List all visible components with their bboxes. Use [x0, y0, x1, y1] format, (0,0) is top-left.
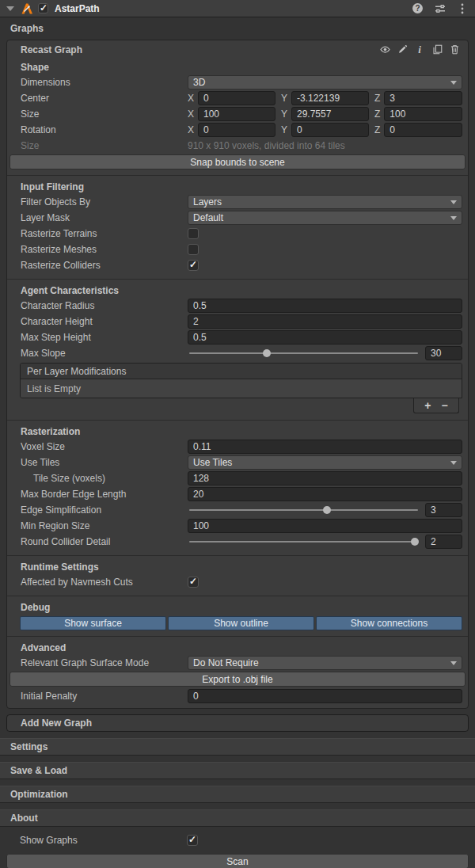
presets-icon[interactable]: [433, 2, 446, 15]
rasterize-meshes-row: Rasterize Meshes: [7, 242, 468, 257]
add-new-graph-button[interactable]: Add New Graph: [6, 714, 469, 732]
rasterize-meshes-checkbox[interactable]: [188, 244, 199, 255]
chevron-down-icon: [450, 661, 457, 665]
axis-x-label: X: [188, 124, 194, 135]
layer-mask-dropdown[interactable]: Default: [188, 211, 462, 225]
scan-button[interactable]: Scan: [6, 854, 469, 868]
rasterize-meshes-label: Rasterize Meshes: [21, 244, 188, 255]
slider-thumb[interactable]: [411, 538, 419, 546]
slider-thumb[interactable]: [263, 349, 271, 357]
debug-buttons-row: Show surface Show outline Show connectio…: [20, 616, 462, 630]
size-z-field[interactable]: [384, 107, 462, 121]
character-radius-row: Character Radius: [7, 298, 468, 314]
toggle-visibility-eye-icon[interactable]: [378, 44, 391, 56]
dimensions-dropdown[interactable]: 3D: [188, 75, 462, 89]
list-add-button[interactable]: +: [424, 400, 431, 411]
help-icon[interactable]: ?: [411, 2, 424, 15]
add-new-graph-label: Add New Graph: [21, 718, 92, 729]
max-border-edge-length-field[interactable]: [188, 487, 462, 501]
round-collider-detail-slider[interactable]: [188, 535, 420, 549]
axis-y-label: Y: [281, 93, 287, 104]
axis-x-label: X: [188, 108, 194, 120]
use-tiles-dropdown[interactable]: Use Tiles: [188, 455, 462, 470]
export-obj-button[interactable]: Export to .obj file: [10, 672, 466, 687]
edge-simplification-row: Edge Simplification: [7, 502, 468, 518]
scan-button-label: Scan: [226, 856, 248, 867]
size-row: Size X Y Z: [7, 106, 468, 122]
show-surface-button[interactable]: Show surface: [20, 616, 166, 630]
graphs-section-header[interactable]: Graphs: [0, 17, 475, 38]
rotation-z-field[interactable]: [384, 123, 462, 137]
axis-z-label: Z: [374, 93, 380, 104]
character-height-label: Character Height: [21, 316, 188, 327]
axis-y-label: Y: [281, 108, 287, 120]
voxel-size-label: Voxel Size: [21, 441, 188, 452]
filter-objects-by-value: Layers: [193, 196, 222, 207]
center-x-field[interactable]: [198, 91, 276, 105]
show-outline-button[interactable]: Show outline: [168, 616, 314, 630]
size-y-field[interactable]: [291, 107, 369, 121]
voxel-size-field[interactable]: [188, 440, 462, 454]
tile-size-field[interactable]: [188, 471, 462, 485]
voxel-size-row: Voxel Size: [7, 439, 468, 455]
foldout-save-and-load[interactable]: Save & Load: [0, 762, 475, 779]
agent-characteristics-heading: Agent Characteristics: [21, 285, 119, 296]
use-tiles-value: Use Tiles: [193, 457, 232, 468]
min-region-size-row: Min Region Size: [7, 518, 468, 534]
foldout-optimization[interactable]: Optimization: [0, 786, 475, 803]
input-filtering-heading: Input Filtering: [21, 181, 84, 192]
show-graphs-checkbox[interactable]: [187, 835, 198, 846]
debug-heading-row: Debug: [7, 599, 468, 615]
kebab-menu-icon[interactable]: [455, 2, 469, 15]
character-height-field[interactable]: [188, 314, 462, 329]
rasterize-terrains-checkbox[interactable]: [188, 228, 199, 239]
max-slope-field[interactable]: [425, 346, 462, 360]
show-connections-button[interactable]: Show connections: [316, 616, 462, 630]
component-enabled-checkbox[interactable]: [38, 3, 48, 13]
round-collider-detail-field[interactable]: [425, 535, 462, 549]
show-graphs-label: Show Graphs: [20, 835, 187, 846]
max-step-height-field[interactable]: [188, 330, 462, 345]
slider-track[interactable]: [189, 509, 418, 511]
foldout-settings[interactable]: Settings: [0, 738, 475, 756]
foldout-settings-label: Settings: [10, 741, 48, 752]
foldout-arrow-icon[interactable]: [6, 6, 14, 11]
max-slope-slider[interactable]: [188, 346, 420, 360]
component-header[interactable]: AstarPath ?: [0, 0, 475, 17]
min-region-size-field[interactable]: [188, 519, 462, 533]
initial-penalty-field[interactable]: [188, 689, 462, 703]
character-radius-field[interactable]: [188, 299, 462, 313]
center-y-field[interactable]: [291, 91, 369, 105]
info-icon[interactable]: i: [413, 44, 426, 56]
export-obj-label: Export to .obj file: [202, 674, 272, 685]
size-x-field[interactable]: [198, 107, 276, 121]
edge-simplification-field[interactable]: [425, 503, 462, 517]
layer-mask-value: Default: [193, 212, 223, 223]
slider-track[interactable]: [189, 541, 418, 542]
duplicate-icon[interactable]: [431, 44, 443, 56]
min-region-size-label: Min Region Size: [21, 520, 188, 531]
section-divider: Debug Show surface Show outline Show con…: [7, 596, 468, 630]
rotation-x-field[interactable]: [198, 123, 276, 137]
slider-thumb[interactable]: [323, 506, 331, 514]
foldout-about[interactable]: About: [0, 809, 475, 827]
affected-by-navmesh-cuts-checkbox[interactable]: [188, 577, 199, 588]
slider-track[interactable]: [189, 352, 418, 354]
edge-simplification-slider[interactable]: [188, 503, 420, 517]
rotation-y-field[interactable]: [291, 123, 369, 137]
per-layer-modifications-header[interactable]: Per Layer Modifications: [21, 364, 462, 379]
snap-bounds-button[interactable]: Snap bounds to scene: [10, 154, 466, 169]
relevant-graph-surface-mode-dropdown[interactable]: Do Not Require: [188, 656, 462, 670]
edge-simplification-label: Edge Simplification: [21, 504, 188, 516]
debug-heading: Debug: [21, 602, 50, 613]
filter-objects-by-dropdown[interactable]: Layers: [188, 195, 462, 209]
delete-trash-icon[interactable]: [448, 44, 461, 56]
rasterization-heading-row: Rasterization: [7, 423, 468, 439]
list-remove-button[interactable]: −: [442, 400, 448, 411]
filter-objects-by-label: Filter Objects By: [21, 196, 188, 207]
rasterize-colliders-checkbox[interactable]: [188, 260, 199, 271]
edit-pencil-icon[interactable]: [396, 44, 408, 56]
runtime-settings-heading-row: Runtime Settings: [7, 558, 468, 574]
center-z-field[interactable]: [384, 91, 462, 105]
recast-graph-title-row[interactable]: Recast Graph i: [7, 40, 468, 59]
